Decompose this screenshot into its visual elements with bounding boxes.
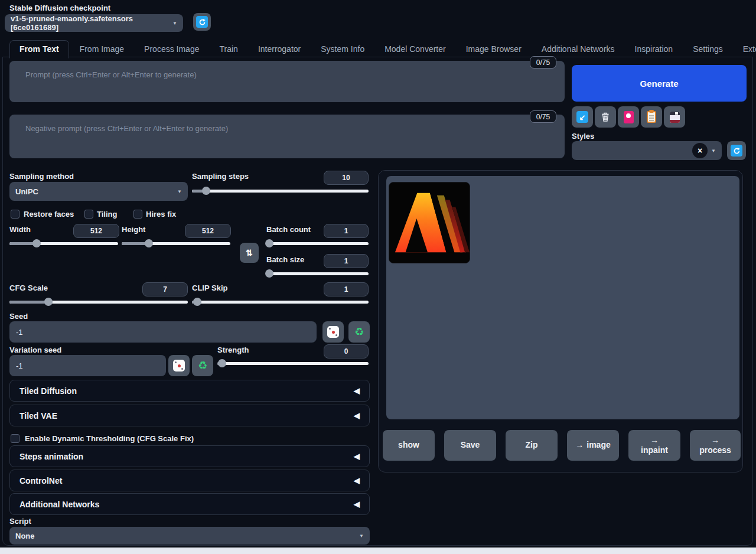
batch-size-slider[interactable] bbox=[266, 269, 369, 278]
strength-value[interactable]: 0 bbox=[324, 344, 369, 359]
slider-handle[interactable] bbox=[44, 298, 53, 306]
tiling-checkbox[interactable] bbox=[84, 210, 93, 219]
tab-process-image[interactable]: Process Image bbox=[135, 41, 208, 58]
send-to-image-button[interactable]: → image bbox=[567, 430, 619, 461]
tab-settings[interactable]: Settings bbox=[683, 41, 732, 58]
slider-handle[interactable] bbox=[265, 239, 273, 247]
sampling-steps-value[interactable]: 10 bbox=[324, 171, 369, 185]
app-root: Stable Diffusion checkpoint v1-5-pruned-… bbox=[0, 0, 756, 554]
apply-styles-button[interactable] bbox=[641, 106, 662, 128]
negative-prompt-token-counter: 0/75 bbox=[530, 110, 556, 123]
dynamic-thresholding-checkbox[interactable] bbox=[11, 434, 19, 443]
slider-track[interactable] bbox=[192, 190, 369, 193]
hires-fix-checkbox[interactable] bbox=[133, 210, 142, 219]
save-button[interactable]: Save bbox=[444, 430, 496, 461]
slider-track[interactable] bbox=[192, 301, 369, 304]
slider-track[interactable] bbox=[217, 362, 369, 365]
tab-additional-networks[interactable]: Additional Networks bbox=[532, 41, 624, 58]
accordion-title: Steps animation bbox=[19, 452, 83, 461]
negative-prompt-input[interactable] bbox=[9, 115, 565, 158]
slider-track[interactable] bbox=[266, 242, 369, 245]
zip-button[interactable]: Zip bbox=[506, 430, 558, 461]
tab-image-browser[interactable]: Image Browser bbox=[457, 41, 531, 58]
accordion-tiled-vae[interactable]: Tiled VAE ◀ bbox=[9, 405, 370, 426]
tab-bar: From Text From Image Process Image Train… bbox=[2, 40, 756, 58]
tab-model-converter[interactable]: Model Converter bbox=[375, 41, 455, 58]
styles-label: Styles bbox=[572, 132, 594, 141]
sampling-steps-slider[interactable] bbox=[192, 187, 369, 195]
output-thumbnail[interactable] bbox=[389, 182, 470, 263]
slider-handle[interactable] bbox=[193, 298, 201, 306]
batch-size-value[interactable]: 1 bbox=[324, 254, 369, 268]
slider-handle[interactable] bbox=[32, 239, 41, 247]
cfg-scale-value[interactable]: 7 bbox=[142, 282, 188, 296]
cfg-scale-label: CFG Scale bbox=[9, 283, 48, 292]
button-label: image bbox=[586, 440, 610, 451]
send-to-inpaint-button[interactable]: → inpaint bbox=[628, 430, 680, 461]
checkpoint-refresh-button[interactable] bbox=[193, 13, 211, 31]
sampling-method-value: UniPC bbox=[15, 187, 38, 196]
height-slider[interactable] bbox=[122, 239, 230, 247]
cfg-scale-slider[interactable] bbox=[9, 298, 188, 306]
variation-seed-random-button[interactable] bbox=[168, 355, 190, 376]
styles-clear-button[interactable]: × bbox=[692, 143, 708, 158]
clip-skip-value[interactable]: 1 bbox=[324, 282, 369, 296]
batch-count-slider[interactable] bbox=[266, 239, 369, 247]
styles-refresh-button[interactable] bbox=[727, 141, 746, 160]
variation-seed-input[interactable]: -1 bbox=[9, 355, 166, 376]
strength-slider[interactable] bbox=[217, 359, 369, 367]
slider-handle[interactable] bbox=[218, 359, 226, 367]
accordion-title: Tiled VAE bbox=[19, 411, 57, 421]
seed-reuse-button[interactable]: ♻ bbox=[348, 321, 370, 343]
collapse-arrow-icon: ◀ bbox=[354, 500, 360, 509]
tab-from-image[interactable]: From Image bbox=[70, 41, 133, 58]
checkpoint-select[interactable]: v1-5-pruned-emaonly.safetensors [6ce0161… bbox=[5, 14, 183, 32]
height-value[interactable]: 512 bbox=[185, 224, 231, 238]
paste-params-button[interactable]: ↙ bbox=[572, 106, 593, 128]
sampling-method-select[interactable]: UniPC ▼ bbox=[9, 182, 188, 201]
checkpoint-value: v1-5-pruned-emaonly.safetensors [6ce0161… bbox=[11, 14, 172, 32]
prompt-input[interactable] bbox=[9, 61, 565, 102]
save-style-button[interactable] bbox=[664, 106, 685, 128]
button-label: show bbox=[398, 440, 419, 451]
variation-seed-reuse-button[interactable]: ♻ bbox=[192, 355, 213, 376]
slider-track[interactable] bbox=[266, 272, 369, 275]
tab-from-text[interactable]: From Text bbox=[9, 40, 69, 58]
swap-dimensions-button[interactable]: ⇅ bbox=[240, 243, 259, 263]
batch-count-label: Batch count bbox=[266, 225, 311, 234]
clear-prompt-button[interactable] bbox=[595, 106, 616, 128]
batch-count-value[interactable]: 1 bbox=[324, 224, 369, 238]
width-value[interactable]: 512 bbox=[73, 224, 119, 238]
accordion-additional-networks[interactable]: Additional Networks ◀ bbox=[9, 493, 370, 515]
tab-system-info[interactable]: System Info bbox=[311, 41, 374, 58]
dice-icon bbox=[327, 326, 339, 338]
tab-extensions[interactable]: Extensions bbox=[734, 41, 756, 58]
accordion-controlnet[interactable]: ControlNet ◀ bbox=[9, 470, 370, 491]
swap-icon: ⇅ bbox=[246, 248, 253, 258]
restore-faces-checkbox[interactable] bbox=[11, 210, 19, 219]
tab-interrogator[interactable]: Interrogator bbox=[249, 41, 310, 58]
slider-handle[interactable] bbox=[265, 269, 273, 278]
generate-button[interactable]: Generate bbox=[572, 65, 747, 102]
styles-select[interactable]: × ▼ bbox=[572, 141, 722, 160]
refresh-icon bbox=[196, 16, 208, 28]
accordion-tiled-diffusion[interactable]: Tiled Diffusion ◀ bbox=[9, 380, 370, 402]
tab-train[interactable]: Train bbox=[210, 41, 247, 58]
sampling-method-label: Sampling method bbox=[9, 172, 74, 181]
hires-fix-label: Hires fix bbox=[146, 210, 176, 219]
slider-handle[interactable] bbox=[145, 239, 153, 247]
chevron-down-icon: ▼ bbox=[172, 21, 177, 26]
slider-handle[interactable] bbox=[202, 187, 210, 195]
tab-inspiration[interactable]: Inspiration bbox=[625, 41, 683, 58]
accordion-steps-animation[interactable]: Steps animation ◀ bbox=[9, 445, 370, 467]
extra-networks-button[interactable] bbox=[618, 106, 639, 128]
seed-random-button[interactable] bbox=[322, 321, 344, 343]
show-button[interactable]: show bbox=[383, 430, 435, 461]
width-slider[interactable] bbox=[9, 239, 118, 247]
page-bottom-strip bbox=[0, 548, 756, 554]
clip-skip-slider[interactable] bbox=[192, 298, 369, 306]
button-label: inpaint bbox=[641, 445, 668, 456]
script-select[interactable]: None ▼ bbox=[9, 527, 370, 545]
seed-input[interactable]: -1 bbox=[9, 321, 317, 343]
send-to-process-button[interactable]: → process bbox=[690, 430, 741, 461]
